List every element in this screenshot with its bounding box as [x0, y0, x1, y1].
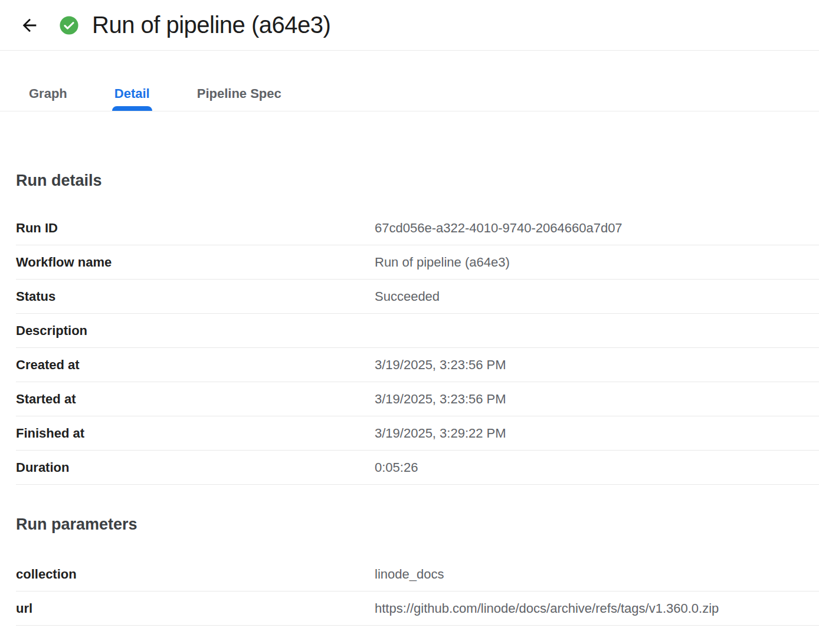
row-workflow-name: Workflow name Run of pipeline (a64e3) — [16, 245, 819, 280]
row-value: 3/19/2025, 3:23:56 PM — [375, 392, 506, 407]
row-finished-at: Finished at 3/19/2025, 3:29:22 PM — [16, 416, 819, 451]
row-run-id: Run ID 67cd056e-a322-4010-9740-2064660a7… — [16, 211, 819, 245]
tab-pipeline-spec[interactable]: Pipeline Spec — [173, 86, 305, 111]
row-description: Description — [16, 314, 819, 348]
row-label: Workflow name — [16, 255, 375, 270]
row-value: 3/19/2025, 3:29:22 PM — [375, 426, 506, 441]
back-arrow-icon — [19, 15, 40, 35]
row-label: Started at — [16, 392, 375, 407]
row-started-at: Started at 3/19/2025, 3:23:56 PM — [16, 382, 819, 416]
page-title: Run of pipeline (a64e3) — [92, 12, 330, 38]
row-status: Status Succeeded — [16, 280, 819, 314]
page-header: Run of pipeline (a64e3) — [0, 0, 819, 51]
run-parameters-heading: Run parameters — [16, 515, 819, 534]
row-label: Finished at — [16, 426, 375, 441]
detail-panel: Run details Run ID 67cd056e-a322-4010-97… — [0, 172, 819, 626]
row-label: url — [16, 601, 375, 616]
tab-bar: Graph Detail Pipeline Spec — [0, 51, 819, 111]
row-duration: Duration 0:05:26 — [16, 451, 819, 485]
row-value: 0:05:26 — [375, 460, 418, 475]
row-label: collection — [16, 567, 375, 582]
row-value: linode_docs — [375, 567, 444, 582]
row-label: Description — [16, 323, 375, 339]
row-value: https://github.com/linode/docs/archive/r… — [375, 601, 719, 616]
run-details-heading: Run details — [16, 172, 819, 190]
row-created-at: Created at 3/19/2025, 3:23:56 PM — [16, 348, 819, 382]
row-label: Run ID — [16, 221, 375, 236]
row-label: Status — [16, 289, 375, 304]
row-label: Created at — [16, 357, 375, 373]
row-param-url: url https://github.com/linode/docs/archi… — [16, 592, 819, 626]
row-value: 3/19/2025, 3:23:56 PM — [375, 357, 506, 373]
row-param-collection: collection linode_docs — [16, 557, 819, 592]
tab-detail[interactable]: Detail — [91, 86, 173, 111]
run-details-table: Run ID 67cd056e-a322-4010-9740-2064660a7… — [16, 211, 819, 485]
row-value: 67cd056e-a322-4010-9740-2064660a7d07 — [375, 221, 623, 236]
back-button[interactable] — [18, 14, 41, 37]
tab-indicator — [112, 106, 152, 111]
row-value: Succeeded — [375, 289, 440, 304]
row-label: Duration — [16, 460, 375, 475]
run-parameters-table: collection linode_docs url https://githu… — [16, 557, 819, 626]
tab-graph[interactable]: Graph — [5, 86, 91, 111]
row-value: Run of pipeline (a64e3) — [375, 255, 510, 270]
status-succeeded-icon — [59, 15, 79, 35]
